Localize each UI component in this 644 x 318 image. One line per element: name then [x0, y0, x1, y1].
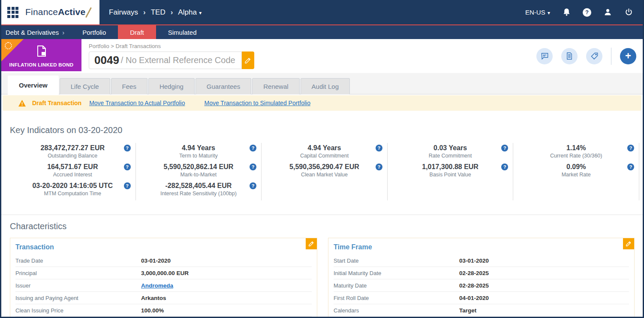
move-to-simulated-link[interactable]: Move Transaction to Simulated Portfolio: [204, 100, 310, 106]
indicator-column: 283,472,727.27 EUR Outstanding Balance ?…: [10, 143, 136, 200]
row-value: Target: [459, 307, 476, 314]
breadcrumb-fairways[interactable]: Fairways: [109, 8, 138, 17]
row-label: Issuer: [15, 282, 141, 289]
indicator-label: Term to Maturity: [151, 152, 246, 160]
brand-logo[interactable]: FinanceActive: [25, 7, 89, 18]
table-row: Issuer Andromeda: [15, 279, 312, 292]
indicator-value: 0.03 Years: [403, 144, 498, 152]
indicator-mtm-computation-time: 03-20-2020 14:16:05 UTC MTM Computation …: [10, 182, 135, 197]
help-icon[interactable]: ?: [501, 164, 508, 170]
corner-ribbon: [1, 39, 24, 61]
table-row: Issuing and Paying Agent Arkantos: [15, 292, 312, 304]
indicator-label: Market Rate: [529, 171, 623, 179]
row-value: 100.00%: [141, 307, 164, 314]
indicator-value: 5,590,356,290.47 EUR: [277, 163, 372, 171]
time-frame-card-title: Time Frame: [328, 238, 634, 254]
instrument-type-badge: INFLATION LINKED BOND: [1, 39, 81, 71]
indicator-label: Rate Commitment: [403, 152, 498, 160]
indicator-label: Basis Point Value: [403, 171, 498, 179]
module-nav: Debt & Derivatives› Portfolio Draft Simu…: [1, 25, 643, 39]
breadcrumb: Fairways › TED › Alpha ▾: [109, 8, 202, 17]
help-icon[interactable]: ?: [250, 145, 256, 151]
title-block: Portfolio > Draft Transactions 0049 / No…: [89, 43, 254, 69]
transaction-code: 0049: [94, 54, 119, 67]
nav-item-draft[interactable]: Draft: [118, 25, 156, 39]
document-icon: [566, 52, 573, 60]
pencil-icon: [626, 241, 632, 247]
table-row: Trade Date 03-01-2020: [15, 254, 312, 267]
power-icon[interactable]: [624, 8, 633, 17]
documents-button[interactable]: [561, 48, 578, 64]
indicator-value: 164,571.67 EUR: [25, 163, 120, 171]
indicator-label: Interest Rate Sensitivity (100bp): [151, 190, 246, 197]
table-row: Start Date 03-01-2020: [334, 254, 629, 267]
indicator-value: 4.94 Years: [151, 144, 246, 152]
row-label: Maturity Date: [334, 282, 459, 289]
row-value: 02-28-2025: [459, 282, 489, 289]
bond-document-icon: [36, 45, 47, 57]
tab-fees[interactable]: Fees: [111, 78, 147, 94]
tab-hedging[interactable]: Hedging: [148, 78, 195, 94]
indicator-value: 5,590,520,862.14 EUR: [151, 163, 246, 171]
move-to-actual-link[interactable]: Move Transaction to Actual Portfolio: [89, 100, 185, 106]
indicator-value: 283,472,727.27 EUR: [25, 144, 120, 152]
notifications-bell-icon[interactable]: [562, 8, 571, 17]
edit-time-frame-button[interactable]: [623, 238, 634, 249]
help-icon[interactable]: ?: [583, 8, 591, 17]
nav-item-simulated[interactable]: Simulated: [156, 25, 209, 39]
edit-reference-button[interactable]: [242, 51, 254, 69]
tab-overview[interactable]: Overview: [8, 76, 59, 94]
tab-audit-log[interactable]: Audit Log: [301, 78, 350, 94]
help-icon[interactable]: ?: [124, 164, 131, 170]
indicator-column: 4.94 Years Term to Maturity ? 5,590,520,…: [136, 143, 262, 200]
language-selector[interactable]: EN-US ▾: [525, 9, 550, 16]
indicator-label: Clean Market Value: [277, 171, 372, 179]
edit-transaction-button[interactable]: [306, 238, 317, 249]
row-value: Arkantos: [141, 295, 166, 301]
indicator-label: Outstanding Balance: [25, 152, 120, 160]
indicator-label: Mark-to-Market: [151, 171, 246, 179]
breadcrumb-alpha[interactable]: Alpha ▾: [178, 8, 202, 17]
indicator-term-to-maturity: 4.94 Years Term to Maturity ?: [136, 144, 262, 160]
help-icon[interactable]: ?: [501, 145, 508, 151]
indicator-value: 1.14%: [529, 144, 623, 152]
tag-icon: [590, 52, 599, 60]
tab-guarantees[interactable]: Guarantees: [196, 78, 251, 94]
breadcrumb-ted[interactable]: TED: [151, 8, 166, 17]
spinner-icon: [5, 42, 12, 49]
indicator-interest-rate-sensitivity: -282,528,405.44 EUR Interest Rate Sensit…: [136, 182, 262, 197]
add-button[interactable]: +: [620, 48, 636, 64]
help-icon[interactable]: ?: [376, 145, 382, 151]
indicator-column: 0.03 Years Rate Commitment ? 1,017,300.8…: [388, 143, 514, 200]
help-icon[interactable]: ?: [124, 145, 131, 151]
tab-renewal[interactable]: Renewal: [252, 78, 299, 94]
row-label: First Roll Date: [334, 295, 459, 301]
nav-item-portfolio[interactable]: Portfolio: [70, 25, 118, 39]
row-label: Issuing and Paying Agent: [15, 295, 141, 301]
app-grid-icon[interactable]: [7, 7, 18, 18]
brand-logo-finance: Finance: [25, 7, 58, 17]
draft-warning-banner: Draft Transaction Move Transaction to Ac…: [3, 95, 641, 111]
plus-icon: +: [625, 51, 631, 61]
key-indicators-section: Key Indicators on 03-20-2020 283,472,727…: [1, 111, 643, 200]
characteristics-section: Characteristics Transaction Trade Date 0…: [1, 215, 643, 318]
comment-icon: [541, 52, 549, 60]
header-actions: +: [536, 48, 636, 65]
page-header: INFLATION LINKED BOND Portfolio > Draft …: [1, 39, 643, 73]
help-icon[interactable]: ?: [627, 145, 634, 151]
help-icon[interactable]: ?: [250, 182, 256, 189]
help-icon[interactable]: ?: [124, 182, 131, 189]
issuer-link[interactable]: Andromeda: [141, 282, 173, 289]
nav-section-debt-derivatives[interactable]: Debt & Derivatives›: [1, 25, 70, 39]
help-icon[interactable]: ?: [376, 164, 382, 170]
tab-life-cycle[interactable]: Life Cycle: [60, 78, 110, 94]
help-icon[interactable]: ?: [250, 164, 256, 170]
user-icon[interactable]: [603, 8, 612, 17]
indicator-accrued-interest: 164,571.67 EUR Accrued Interest ?: [10, 163, 135, 179]
instrument-type-label: INFLATION LINKED BOND: [1, 62, 81, 67]
tags-button[interactable]: [586, 48, 602, 64]
comments-button[interactable]: [536, 48, 553, 64]
characteristics-cards: Transaction Trade Date 03-01-2020 Princi…: [10, 238, 635, 318]
chevron-down-icon: ▾: [546, 10, 550, 16]
help-icon[interactable]: ?: [627, 164, 634, 170]
